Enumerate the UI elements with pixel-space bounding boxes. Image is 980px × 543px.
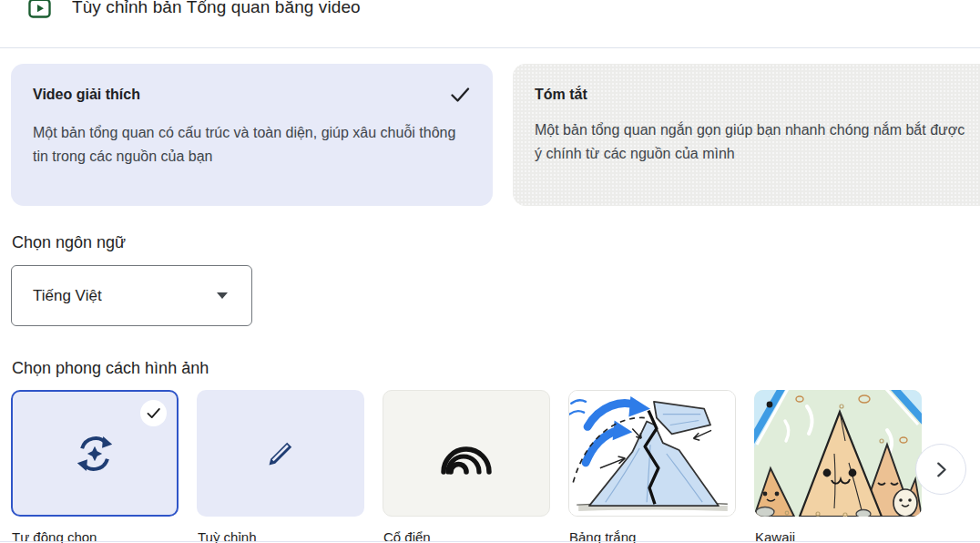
language-section-label: Chọn ngôn ngữ — [12, 233, 126, 252]
panel-title: Tùy chỉnh bản Tổng quan bằng video — [72, 0, 361, 17]
language-dropdown[interactable]: Tiếng Việt — [11, 265, 252, 326]
format-option-description: Một bản tổng quan ngắn gọn giúp bạn nhan… — [535, 118, 973, 166]
next-styles-arrow-button[interactable] — [915, 444, 966, 495]
video-overview-icon — [27, 0, 52, 21]
chevron-right-icon — [931, 459, 951, 479]
pencil-icon — [264, 437, 297, 470]
style-card-whiteboard[interactable] — [568, 390, 736, 517]
check-icon — [146, 405, 161, 421]
style-card-classic[interactable] — [383, 390, 550, 517]
style-section-label: Chọn phong cách hình ảnh — [12, 359, 209, 378]
format-option-explainer[interactable]: Video giải thích Một bản tổng quan có cấ… — [11, 64, 493, 206]
whiteboard-illustration — [569, 391, 735, 516]
header-divider — [0, 47, 980, 48]
panel-header: Tùy chỉnh bản Tổng quan bằng video — [27, 0, 361, 21]
bottom-divider — [0, 541, 980, 542]
video-overview-customize-panel: Tùy chỉnh bản Tổng quan bằng video Video… — [0, 0, 980, 543]
classic-arcs-icon — [438, 432, 495, 476]
chevron-down-icon — [217, 292, 228, 299]
selected-check-icon — [449, 84, 471, 106]
style-card-custom[interactable] — [197, 390, 364, 517]
format-option-description: Một bản tổng quan có cấu trúc và toàn di… — [33, 121, 471, 169]
kawaii-illustration — [754, 390, 922, 517]
auto-sync-sparkle-icon — [74, 433, 116, 475]
language-dropdown-value: Tiếng Việt — [33, 287, 217, 305]
style-card-kawaii[interactable] — [754, 390, 922, 517]
selected-check-badge — [140, 400, 167, 426]
style-card-auto-select[interactable] — [11, 390, 179, 517]
format-option-brief[interactable]: Tóm tắt Một bản tổng quan ngắn gọn giúp … — [513, 64, 980, 206]
format-option-title: Tóm tắt — [535, 87, 587, 103]
format-option-title: Video giải thích — [33, 87, 140, 103]
